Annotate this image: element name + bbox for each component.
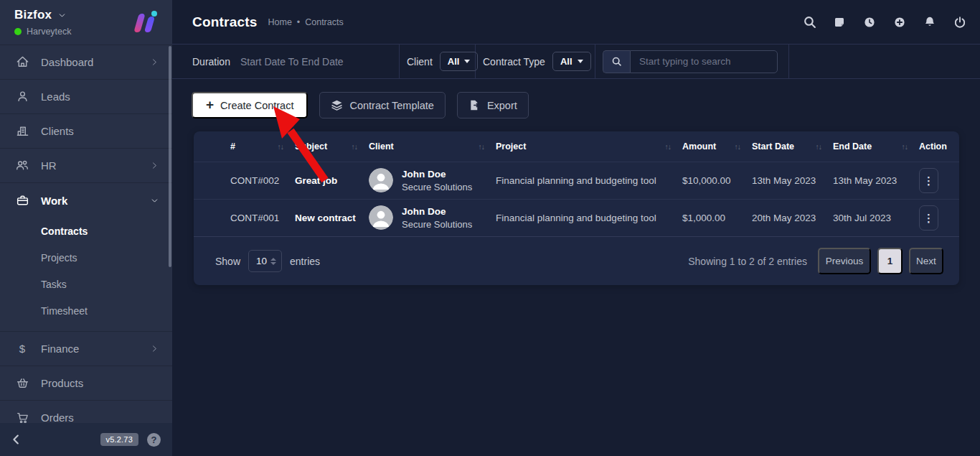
work-submenu: Contracts Projects Tasks Timesheet — [0, 218, 172, 332]
duration-value[interactable]: Start Date To End Date — [240, 56, 344, 68]
create-contract-button[interactable]: + Create Contract — [192, 92, 308, 118]
dollar-icon: $ — [14, 342, 30, 356]
row-actions-button[interactable]: ⋮ — [919, 205, 938, 231]
notes-icon[interactable] — [832, 15, 847, 29]
toolbar: + Create Contract Contract Template Expo… — [172, 79, 980, 118]
show-label: Show — [215, 256, 240, 267]
page-size-value: 10 — [256, 256, 270, 266]
sort-icon[interactable]: ↑↓ — [816, 142, 822, 151]
client-dropdown[interactable]: All — [440, 52, 479, 71]
table-row: CONT#002 Great job John Doe Secure Solut… — [194, 162, 959, 199]
clock-icon[interactable] — [862, 15, 877, 29]
sidebar-item-projects[interactable]: Projects — [0, 244, 172, 271]
users-icon — [14, 159, 30, 173]
contracts-table-panel: #↑↓ Subject↑↓ Client↑↓ Project↑↓ Amount↑… — [194, 131, 959, 285]
client-company: Secure Solutions — [402, 181, 472, 194]
sidebar-item-products[interactable]: Products — [0, 366, 172, 401]
sidebar-item-tasks[interactable]: Tasks — [0, 271, 172, 297]
notifications-icon[interactable] — [923, 15, 937, 29]
sidebar-item-work[interactable]: Work — [0, 183, 172, 218]
export-icon — [468, 99, 481, 111]
column-header-id[interactable]: #↑↓ — [230, 141, 295, 152]
contract-type-dropdown[interactable]: All — [552, 52, 591, 71]
entries-label: entries — [290, 256, 320, 267]
version-badge: v5.2.73 — [100, 433, 138, 446]
sidebar-item-finance[interactable]: $ Finance — [0, 332, 172, 366]
sidebar-nav: Dashboard Leads Clients HR Work — [0, 45, 172, 435]
add-icon[interactable] — [892, 15, 907, 29]
column-header-client[interactable]: Client↑↓ — [369, 141, 496, 152]
contract-template-button[interactable]: Contract Template — [319, 92, 445, 118]
filter-bar: Duration Start Date To End Date Client A… — [172, 44, 980, 79]
sidebar-scrollbar[interactable] — [169, 46, 171, 267]
start-date-cell: 20th May 2023 — [752, 213, 833, 223]
search-addon-icon — [603, 50, 630, 73]
client-cell: John Doe Secure Solutions — [369, 168, 496, 194]
sort-icon[interactable]: ↑↓ — [735, 142, 741, 151]
column-header-subject[interactable]: Subject↑↓ — [295, 141, 369, 152]
pagination: Showing 1 to 2 of 2 entries Previous 1 N… — [688, 248, 943, 274]
topbar: Contracts Home • Contracts — [172, 0, 980, 44]
column-header-start-date[interactable]: Start Date↑↓ — [752, 141, 833, 152]
breadcrumb-separator: • — [297, 17, 300, 27]
sidebar-item-label: Tasks — [41, 279, 67, 290]
contract-subject[interactable]: Great job — [295, 175, 369, 186]
column-header-end-date[interactable]: End Date↑↓ — [833, 141, 919, 152]
contract-type-filter: Contract Type All — [476, 45, 595, 78]
workspace-status: Harveyteck — [14, 27, 72, 37]
end-date-cell: 13th May 2023 — [833, 175, 919, 186]
project-cell: Financial planning and budgeting tool — [496, 213, 682, 223]
export-label: Export — [487, 100, 517, 111]
chevron-down-icon — [57, 11, 67, 20]
plus-icon: + — [206, 98, 214, 111]
sidebar-item-leads[interactable]: Leads — [0, 80, 172, 114]
search-input[interactable] — [630, 50, 778, 73]
contract-type-dropdown-value: All — [560, 56, 573, 67]
contract-type-label: Contract Type — [483, 56, 545, 68]
sidebar-item-contracts[interactable]: Contracts — [0, 218, 172, 244]
column-header-amount[interactable]: Amount↑↓ — [682, 141, 752, 152]
export-button[interactable]: Export — [457, 92, 529, 118]
previous-page-button[interactable]: Previous — [818, 248, 871, 274]
sort-icon[interactable]: ↑↓ — [902, 142, 908, 151]
power-icon[interactable] — [953, 15, 967, 29]
page-title: Contracts — [192, 14, 257, 30]
search-section — [595, 45, 789, 78]
online-status-dot — [14, 28, 22, 35]
page-number-button[interactable]: 1 — [877, 248, 903, 274]
building-icon — [14, 124, 30, 139]
sort-icon[interactable]: ↑↓ — [278, 142, 284, 151]
chevron-right-icon — [150, 57, 159, 67]
avatar — [369, 205, 393, 230]
next-page-button[interactable]: Next — [909, 248, 943, 274]
sort-icon[interactable]: ↑↓ — [665, 142, 672, 151]
row-actions-button[interactable]: ⋮ — [919, 168, 938, 193]
sidebar-item-clients[interactable]: Clients — [0, 114, 172, 149]
search-icon[interactable] — [802, 15, 816, 29]
sort-icon[interactable]: ↑↓ — [352, 142, 358, 151]
workspace-name: Harveyteck — [27, 27, 72, 37]
sidebar-item-label: Clients — [41, 125, 159, 137]
column-header-project[interactable]: Project↑↓ — [496, 141, 682, 152]
sidebar-item-dashboard[interactable]: Dashboard — [0, 45, 172, 80]
client-filter: Client All — [400, 45, 476, 78]
workspace-switcher[interactable]: Bizfox — [14, 8, 72, 22]
contract-subject[interactable]: New contract — [295, 213, 369, 223]
create-contract-label: Create Contract — [220, 100, 293, 111]
project-cell: Financial planning and budgeting tool — [496, 175, 682, 186]
page-size-control: Show 10 entries — [215, 250, 320, 272]
help-icon[interactable]: ? — [147, 433, 161, 447]
duration-filter[interactable]: Duration Start Date To End Date — [172, 45, 400, 78]
page-size-select[interactable]: 10 — [248, 250, 282, 272]
client-company: Secure Solutions — [402, 218, 472, 231]
table-header-row: #↑↓ Subject↑↓ Client↑↓ Project↑↓ Amount↑… — [194, 131, 959, 162]
collapse-sidebar-icon[interactable] — [10, 433, 23, 446]
topbar-icons — [802, 15, 967, 29]
sidebar-item-timesheet[interactable]: Timesheet — [0, 297, 172, 324]
sort-icon[interactable]: ↑↓ — [479, 142, 485, 151]
spinner-icons[interactable] — [270, 258, 276, 265]
sidebar-item-hr[interactable]: HR — [0, 149, 172, 183]
breadcrumb-home[interactable]: Home — [268, 17, 291, 27]
filter-bar-spacer — [789, 45, 980, 78]
chevron-down-icon — [150, 196, 159, 205]
